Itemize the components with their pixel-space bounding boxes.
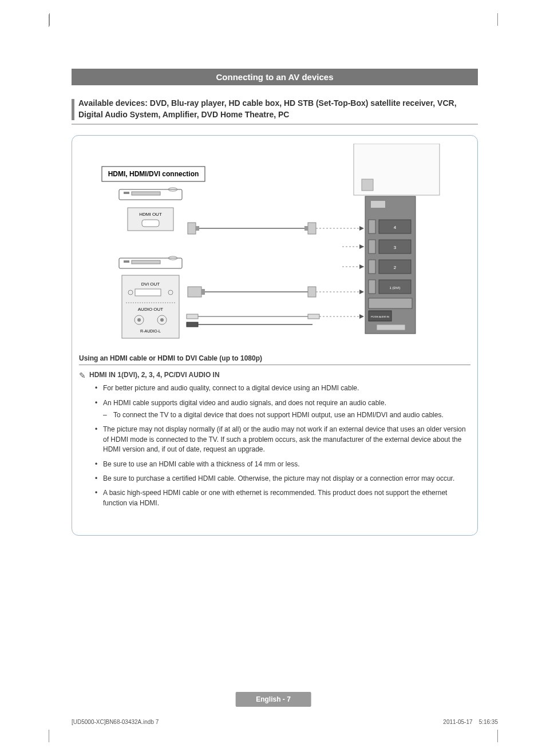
bullet-text: Be sure to use an HDMI cable with a thic… xyxy=(103,460,299,468)
svg-marker-53 xyxy=(359,264,364,269)
svg-rect-46 xyxy=(369,240,375,254)
panel-audio-in: PC/DVI AUDIO IN xyxy=(371,315,389,318)
connection-diagram: HDMI, HDMI/DVI connection HDMI OUT xyxy=(79,144,470,350)
svg-rect-50 xyxy=(369,260,375,274)
svg-rect-6 xyxy=(142,220,159,227)
list-item: Be sure to purchase a certified HDMI cab… xyxy=(95,474,470,484)
available-devices: Available devices: DVD, Blu-ray player, … xyxy=(72,98,478,125)
subheading: Using an HDMI cable or HDMI to DVI Cable… xyxy=(79,354,470,365)
svg-rect-11 xyxy=(304,226,308,231)
svg-rect-5 xyxy=(128,208,173,231)
svg-rect-28 xyxy=(201,289,205,295)
diagram-dvi-out: DVI OUT xyxy=(141,282,160,287)
svg-marker-39 xyxy=(359,314,364,319)
svg-rect-3 xyxy=(132,192,160,195)
svg-rect-16 xyxy=(132,260,160,264)
bullet-text: A basic high-speed HDMI cable or one wit… xyxy=(103,489,447,506)
diagram-hdmi-out: HDMI OUT xyxy=(139,212,162,217)
diagram-r-audio-l: R-AUDIO-L xyxy=(140,329,161,333)
svg-rect-58 xyxy=(377,324,405,330)
svg-rect-54 xyxy=(369,280,375,294)
bullet-sub: To connect the TV to a digital device th… xyxy=(103,410,470,420)
list-item: The picture may not display normally (if… xyxy=(95,425,470,454)
page: Connecting to an AV devices Available de… xyxy=(31,14,515,741)
content-area: Connecting to an AV devices Available de… xyxy=(72,69,478,536)
svg-rect-56 xyxy=(369,298,412,308)
crop-mark xyxy=(485,14,498,27)
panel-port-3: 3 xyxy=(394,245,397,250)
crop-mark xyxy=(485,729,498,741)
svg-rect-43 xyxy=(371,201,385,208)
bullet-list: For better picture and audio quality, co… xyxy=(95,383,470,508)
svg-marker-13 xyxy=(359,226,364,231)
svg-rect-27 xyxy=(188,287,201,297)
list-item: A basic high-speed HDMI cable or one wit… xyxy=(95,488,470,508)
panel-port-4: 4 xyxy=(394,225,397,230)
svg-rect-30 xyxy=(308,287,316,297)
svg-rect-10 xyxy=(308,223,316,234)
note-row: ✎ HDMI IN 1(DVI), 2, 3, 4, PC/DVI AUDIO … xyxy=(79,371,470,380)
list-item: An HDMI cable supports digital video and… xyxy=(95,398,470,421)
svg-rect-2 xyxy=(124,192,129,194)
svg-rect-20 xyxy=(135,289,161,296)
svg-marker-49 xyxy=(359,244,364,249)
note-text: HDMI IN 1(DVI), 2, 3, 4, PC/DVI AUDIO IN xyxy=(89,371,220,379)
panel-port-1: 1 (DVI) xyxy=(389,286,400,290)
svg-marker-32 xyxy=(359,290,364,294)
diagram-audio-out: AUDIO OUT xyxy=(138,307,164,312)
bullet-text: For better picture and audio quality, co… xyxy=(103,384,359,392)
diagram-conn-label: HDMI, HDMI/DVI connection xyxy=(108,170,199,178)
page-number: English - 7 xyxy=(235,692,311,707)
svg-rect-15 xyxy=(124,260,129,263)
print-timestamp: 2011-05-17 5:16:35 xyxy=(443,719,498,725)
print-filename: [UD5000-XC]BN68-03432A.indb 7 xyxy=(72,719,159,725)
section-title: Connecting to an AV devices xyxy=(72,69,478,85)
svg-point-26 xyxy=(160,318,164,322)
svg-rect-41 xyxy=(362,179,373,191)
bullet-text: Be sure to purchase a certified HDMI cab… xyxy=(103,474,454,482)
svg-rect-44 xyxy=(369,220,375,233)
crop-mark xyxy=(49,729,61,741)
svg-rect-35 xyxy=(187,322,198,327)
svg-rect-37 xyxy=(308,314,319,319)
svg-rect-33 xyxy=(187,314,198,319)
crop-mark xyxy=(49,14,61,27)
svg-rect-7 xyxy=(188,223,196,234)
panel-port-2: 2 xyxy=(394,265,397,270)
note-icon: ✎ xyxy=(79,371,86,380)
bullet-text: An HDMI cable supports digital video and… xyxy=(103,399,386,407)
svg-point-24 xyxy=(137,318,141,322)
svg-rect-8 xyxy=(196,226,199,231)
list-item: Be sure to use an HDMI cable with a thic… xyxy=(95,460,470,469)
bullet-text: The picture may not display normally (if… xyxy=(103,425,466,453)
list-item: For better picture and audio quality, co… xyxy=(95,383,470,393)
diagram-box: HDMI, HDMI/DVI connection HDMI OUT xyxy=(72,135,478,536)
